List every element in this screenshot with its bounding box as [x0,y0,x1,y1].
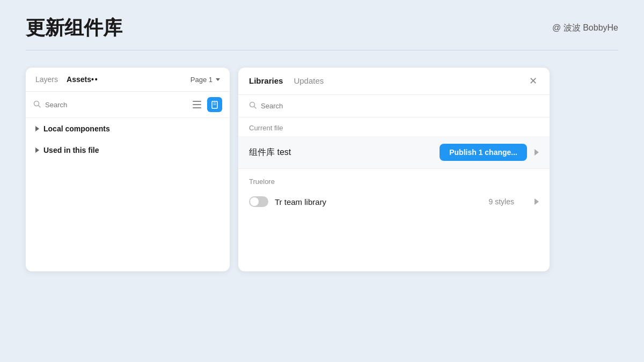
chevron-down-icon [216,78,220,81]
used-in-file-item[interactable]: Used in this file [26,139,230,161]
library-toggle[interactable] [249,196,268,207]
truelore-section: Truelore Tr team library 9 styles [238,169,550,211]
triangle-icon [35,126,39,131]
search-row-right [238,95,550,117]
left-panel-sections: Local components Used in this file [26,118,230,161]
tab-libraries[interactable]: Libraries [249,76,283,86]
svg-rect-3 [193,104,201,105]
local-components-item[interactable]: Local components [26,118,230,139]
right-panel-header: Libraries Updates ✕ [238,68,550,95]
left-panel: Layers Assets• Page 1 [26,68,230,271]
svg-rect-4 [193,107,201,108]
team-library-name: Tr team library [275,197,482,206]
search-icon [33,100,41,109]
library-row: 组件库 test Publish 1 change... [238,136,550,168]
library-toggle-row: Tr team library 9 styles [249,192,539,211]
chevron-right-icon[interactable] [535,149,539,156]
search-input-right[interactable] [261,102,539,110]
page-title: 更新组件库 [26,15,122,41]
svg-line-9 [254,107,257,109]
tab-layers[interactable]: Layers [35,75,58,84]
search-row [26,92,230,118]
book-icon-button[interactable] [207,97,222,112]
list-icon[interactable] [191,99,203,110]
library-name: 组件库 test [249,147,440,158]
left-tabs: Layers Assets• [35,75,98,84]
user-label: @ 波波 BobbyHe [552,23,618,34]
svg-rect-2 [193,101,201,102]
truelore-label: Truelore [249,178,539,186]
used-in-file-label: Used in this file [43,146,99,154]
current-file-label: Current file [238,117,550,136]
tab-updates[interactable]: Updates [294,76,324,86]
tab-assets[interactable]: Assets• [67,75,98,84]
search-icon-right [249,101,257,110]
right-tabs: Libraries Updates [249,76,324,86]
svg-line-1 [39,105,41,107]
page-selector[interactable]: Page 1 [191,76,220,84]
search-input[interactable] [45,101,187,109]
header: 更新组件库 @ 波波 BobbyHe [0,0,644,41]
local-components-label: Local components [43,124,110,133]
main-content: Layers Assets• Page 1 [0,50,644,289]
left-panel-header: Layers Assets• Page 1 [26,68,230,92]
close-button[interactable]: ✕ [527,75,539,87]
right-panel: Libraries Updates ✕ Current file 组件库 tes… [238,68,550,271]
publish-button[interactable]: Publish 1 change... [440,144,527,161]
triangle-icon [35,147,39,153]
styles-count: 9 styles [489,197,514,206]
chevron-right-icon-2[interactable] [535,198,539,205]
